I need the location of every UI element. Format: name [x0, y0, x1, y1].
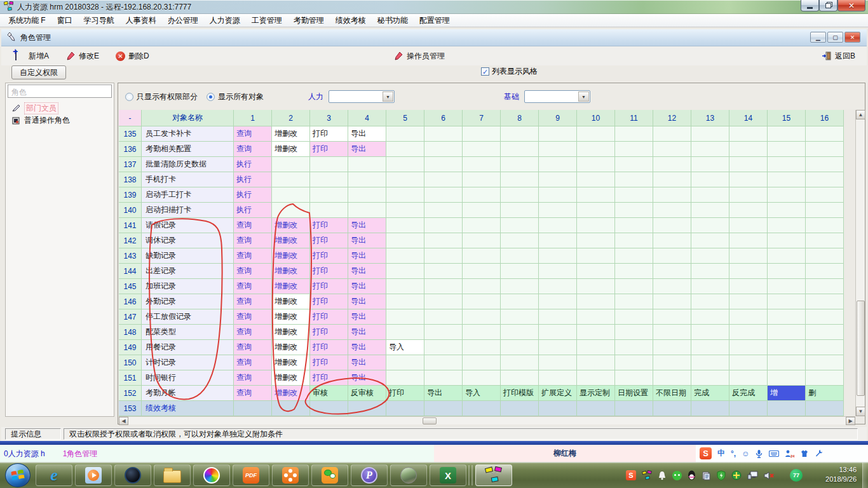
permission-cell-empty[interactable]: [272, 172, 310, 187]
permission-cell-empty[interactable]: [577, 187, 615, 203]
role-minimize-button[interactable]: ▁: [810, 32, 826, 43]
permission-cell-empty[interactable]: [691, 401, 729, 416]
permission-cell-empty[interactable]: [615, 142, 653, 157]
permission-cell-empty[interactable]: [272, 203, 310, 218]
hrm-tray-icon[interactable]: [642, 470, 652, 480]
permission-cell-empty[interactable]: [729, 142, 768, 157]
permission-cell-empty[interactable]: [577, 142, 615, 157]
menu-item-2[interactable]: 学习导航: [78, 14, 120, 27]
permission-cell-empty[interactable]: [539, 187, 577, 203]
ball-360-icon[interactable]: [731, 470, 742, 480]
scroll-up-icon[interactable]: ▲: [856, 110, 865, 119]
permission-cell-empty[interactable]: [615, 279, 653, 294]
permission-cell[interactable]: 查询: [234, 325, 272, 340]
permission-cell-empty[interactable]: [729, 279, 768, 294]
permission-cell-empty[interactable]: [691, 325, 729, 340]
permission-cell-empty[interactable]: [768, 157, 806, 172]
menu-item-7[interactable]: 考勤管理: [288, 14, 330, 27]
permission-cell-empty[interactable]: [424, 157, 463, 172]
permission-cell-empty[interactable]: [806, 248, 844, 264]
permission-cell-empty[interactable]: [806, 264, 844, 279]
permission-cell-empty[interactable]: [691, 218, 729, 233]
permission-cell[interactable]: 增删改: [272, 294, 310, 309]
volume-muted-icon[interactable]: [764, 471, 775, 480]
permission-cell-empty[interactable]: [729, 157, 768, 172]
list-style-checkbox[interactable]: ✓ 列表显示风格: [481, 66, 538, 77]
permission-cell-empty[interactable]: [424, 325, 463, 340]
permission-cell-empty[interactable]: [501, 126, 539, 142]
start-button[interactable]: [5, 463, 31, 487]
permission-cell-empty[interactable]: [768, 309, 806, 325]
permission-cell-empty[interactable]: [386, 370, 424, 386]
permission-cell[interactable]: 查询: [234, 294, 272, 309]
menu-item-10[interactable]: 配置管理: [414, 14, 456, 27]
show-desktop-button[interactable]: [862, 463, 868, 488]
permission-cell-empty[interactable]: [577, 126, 615, 142]
permission-cell-empty[interactable]: [806, 233, 844, 248]
permission-cell-empty[interactable]: [729, 218, 768, 233]
permission-cell-empty[interactable]: [463, 309, 501, 325]
permission-cell-empty[interactable]: [615, 126, 653, 142]
permission-cell-empty[interactable]: [577, 340, 615, 355]
permission-cell-empty[interactable]: [577, 370, 615, 386]
permission-cell-empty[interactable]: [691, 203, 729, 218]
permission-cell-empty[interactable]: [463, 294, 501, 309]
base-filter-dropdown[interactable]: ▼: [524, 90, 590, 103]
permission-cell[interactable]: 打印: [310, 340, 348, 355]
permission-cell-empty[interactable]: [577, 309, 615, 325]
permission-cell[interactable]: 增删改: [272, 340, 310, 355]
scroll-left-icon[interactable]: ◀: [119, 417, 128, 425]
permission-cell[interactable]: 增删改: [272, 386, 310, 401]
permission-cell[interactable]: 打印: [310, 233, 348, 248]
permission-cell[interactable]: 导出: [348, 218, 386, 233]
permission-cell-empty[interactable]: [577, 172, 615, 187]
permission-cell-empty[interactable]: [386, 126, 424, 142]
taskbar-wmp-button[interactable]: [75, 464, 112, 486]
taskbar-photo-app-button[interactable]: [390, 464, 427, 486]
permission-cell-empty[interactable]: [539, 309, 577, 325]
permission-cell-empty[interactable]: [768, 279, 806, 294]
vertical-scroll-thumb[interactable]: [857, 301, 865, 396]
permission-cell-empty[interactable]: [539, 157, 577, 172]
permission-cell-empty[interactable]: [463, 142, 501, 157]
permission-cell-empty[interactable]: [691, 157, 729, 172]
permission-cell-empty[interactable]: [348, 157, 386, 172]
ime-user24-icon[interactable]: 24: [785, 449, 794, 458]
permission-cell-empty[interactable]: [691, 172, 729, 187]
permission-cell-empty[interactable]: [615, 187, 653, 203]
permission-cell[interactable]: 查询: [234, 386, 272, 401]
permission-cell[interactable]: 增: [768, 386, 806, 401]
permission-cell-empty[interactable]: [691, 340, 729, 355]
permission-cell-empty[interactable]: [615, 325, 653, 340]
role-filter-input[interactable]: 角色: [8, 85, 112, 98]
horizontal-scroll-thumb[interactable]: [423, 417, 437, 424]
permission-cell-empty[interactable]: [768, 294, 806, 309]
permission-cell-empty[interactable]: [424, 264, 463, 279]
permission-cell-empty[interactable]: [729, 172, 768, 187]
menu-item-9[interactable]: 秘书功能: [372, 14, 414, 27]
role-close-button[interactable]: ✕: [844, 32, 860, 43]
permission-cell[interactable]: 导出: [424, 386, 463, 401]
permission-cell-empty[interactable]: [348, 401, 386, 416]
tree-item-normal-role[interactable]: 普通操作角色: [12, 115, 70, 126]
permission-cell-empty[interactable]: [348, 172, 386, 187]
permission-cell-empty[interactable]: [424, 172, 463, 187]
permission-cell-empty[interactable]: [768, 340, 806, 355]
scroll-right-icon[interactable]: ▶: [846, 417, 855, 425]
permission-cell-empty[interactable]: [386, 187, 424, 203]
chevron-down-icon[interactable]: ▼: [578, 92, 589, 102]
permission-cell-empty[interactable]: [424, 187, 463, 203]
permission-cell-empty[interactable]: [501, 401, 539, 416]
permission-cell[interactable]: 打印: [310, 218, 348, 233]
permission-cell-empty[interactable]: [463, 248, 501, 264]
permission-cell[interactable]: 增删改: [272, 126, 310, 142]
permission-cell[interactable]: 打印模版: [501, 386, 539, 401]
permission-cell[interactable]: 查询: [234, 218, 272, 233]
permission-cell[interactable]: 导出: [348, 309, 386, 325]
permission-cell-empty[interactable]: [501, 203, 539, 218]
permission-cell-empty[interactable]: [768, 355, 806, 370]
permission-cell-empty[interactable]: [653, 279, 691, 294]
permission-cell-empty[interactable]: [539, 401, 577, 416]
permission-cell-empty[interactable]: [577, 218, 615, 233]
permission-cell-empty[interactable]: [653, 401, 691, 416]
